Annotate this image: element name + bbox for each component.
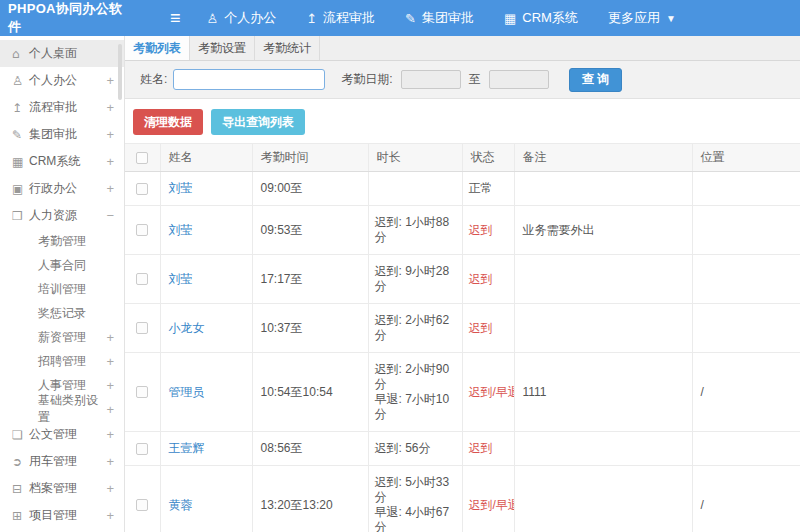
- sidebar-item-reward-punishment[interactable]: 奖惩记录: [0, 301, 124, 325]
- expand-icon[interactable]: +: [106, 481, 114, 496]
- employee-name-link[interactable]: 刘莹: [169, 272, 193, 286]
- top-navbar: PHPOA协同办公软件 ≡ ♙个人办公↥流程审批✎集团审批▦CRM系统更多应用▼: [0, 0, 800, 36]
- row-checkbox[interactable]: [136, 183, 148, 195]
- expand-icon[interactable]: +: [106, 73, 114, 88]
- row-checkbox[interactable]: [136, 224, 148, 236]
- sidebar-item-workflow-approval[interactable]: ↥流程审批+: [0, 94, 124, 121]
- search-form: 姓名: 考勤日期: 至 查 询: [125, 61, 800, 99]
- employee-name-link[interactable]: 管理员: [169, 385, 205, 399]
- collapse-icon[interactable]: −: [106, 208, 114, 223]
- row-checkbox[interactable]: [136, 322, 148, 334]
- status-cell: 迟到: [462, 255, 514, 304]
- expand-icon[interactable]: +: [106, 127, 114, 142]
- employee-name-link[interactable]: 小龙女: [169, 321, 205, 335]
- sidebar-item-label: 行政办公: [29, 180, 77, 197]
- status-badge: 迟到/早退: [469, 498, 515, 512]
- menu-toggle-icon[interactable]: ≡: [170, 9, 181, 27]
- expand-icon[interactable]: +: [106, 354, 114, 369]
- sidebar-item-personal-office[interactable]: ♙个人办公+: [0, 67, 124, 94]
- row-checkbox[interactable]: [136, 443, 148, 455]
- expand-icon[interactable]: +: [106, 181, 114, 196]
- sidebar-scrollbar[interactable]: [118, 44, 122, 100]
- status-badge: 正常: [469, 181, 493, 195]
- employee-name-link[interactable]: 黄蓉: [169, 498, 193, 512]
- status-badge: 迟到: [469, 272, 493, 286]
- checkbox-cell: [125, 304, 160, 353]
- location-cell: [692, 432, 800, 466]
- expand-icon[interactable]: +: [106, 378, 114, 393]
- duration-line: 迟到: 56分: [375, 441, 460, 456]
- row-checkbox[interactable]: [136, 499, 148, 511]
- sidebar-item-label: 基础类别设置: [38, 392, 106, 426]
- clean-data-button[interactable]: 清理数据: [133, 109, 203, 135]
- sidebar-item-human-resources[interactable]: ❒人力资源−: [0, 202, 124, 229]
- top-nav-item-workflow-approval[interactable]: ↥流程审批: [306, 9, 375, 27]
- sidebar-item-salary-management[interactable]: 薪资管理+: [0, 325, 124, 349]
- query-button[interactable]: 查 询: [569, 68, 622, 92]
- sidebar-item-personnel-contract[interactable]: 人事合同: [0, 253, 124, 277]
- checkbox-cell: [125, 353, 160, 432]
- expand-icon[interactable]: +: [106, 427, 114, 442]
- duration-cell: [368, 172, 462, 206]
- workflow-icon: ↥: [306, 11, 317, 26]
- sidebar-item-label: 考勤管理: [38, 233, 86, 250]
- sidebar-item-project-management[interactable]: ⊞项目管理+: [0, 502, 124, 529]
- sidebar-item-recruitment-management[interactable]: 招聘管理+: [0, 349, 124, 373]
- col-header-duration: 时长: [368, 144, 462, 172]
- employee-name-link[interactable]: 刘莹: [169, 223, 193, 237]
- remark-cell: [514, 172, 692, 206]
- status-cell: 迟到: [462, 304, 514, 353]
- attendance-time-cell: 10:37至: [252, 304, 368, 353]
- tab-attendance-list[interactable]: 考勤列表: [125, 36, 190, 60]
- attendance-time-cell: 09:53至: [252, 206, 368, 255]
- duration-line: 迟到: 1小时88分: [375, 215, 460, 245]
- employee-name-link[interactable]: 王壹辉: [169, 441, 205, 455]
- sidebar-item-admin-office[interactable]: ▣行政办公+: [0, 175, 124, 202]
- location-cell: [692, 206, 800, 255]
- employee-name-link[interactable]: 刘莹: [169, 181, 193, 195]
- sidebar-item-attendance-management[interactable]: 考勤管理: [0, 229, 124, 253]
- sidebar-item-group-approval[interactable]: ✎集团审批+: [0, 121, 124, 148]
- expand-icon[interactable]: +: [106, 100, 114, 115]
- expand-icon[interactable]: +: [106, 154, 114, 169]
- sidebar-item-label: 招聘管理: [38, 353, 86, 370]
- name-cell: 刘莹: [160, 255, 252, 304]
- sidebar-item-base-category-settings[interactable]: 基础类别设置+: [0, 397, 124, 421]
- expand-icon[interactable]: +: [106, 508, 114, 523]
- row-checkbox[interactable]: [136, 273, 148, 285]
- sidebar-item-crm-system[interactable]: ▦CRM系统+: [0, 148, 124, 175]
- project-icon: ⊞: [12, 509, 29, 523]
- date-to-input[interactable]: [489, 70, 549, 89]
- status-badge: 迟到: [469, 321, 493, 335]
- sidebar-item-label: CRM系统: [29, 153, 80, 170]
- sidebar-item-archive-management[interactable]: ⊟档案管理+: [0, 475, 124, 502]
- expand-icon[interactable]: +: [106, 454, 114, 469]
- car-icon: ➲: [12, 455, 29, 469]
- duration-cell: 迟到: 56分: [368, 432, 462, 466]
- sidebar-item-vehicle-management[interactable]: ➲用车管理+: [0, 448, 124, 475]
- tab-attendance-statistics[interactable]: 考勤统计: [255, 36, 320, 60]
- attendance-time-cell: 09:00至: [252, 172, 368, 206]
- expand-icon[interactable]: +: [106, 330, 114, 345]
- sidebar-item-training-management[interactable]: 培训管理: [0, 277, 124, 301]
- sidebar-item-label: 流程审批: [29, 99, 77, 116]
- sidebar-item-personal-desktop[interactable]: ⌂个人桌面: [0, 40, 124, 67]
- top-nav-item-personal-office[interactable]: ♙个人办公: [207, 9, 277, 27]
- export-list-button[interactable]: 导出查询列表: [211, 109, 305, 135]
- select-all-checkbox[interactable]: [136, 152, 148, 164]
- duration-line: 早退: 7小时10分: [375, 392, 460, 422]
- sidebar-item-label: 薪资管理: [38, 329, 86, 346]
- top-nav-item-more-apps[interactable]: 更多应用▼: [608, 9, 676, 27]
- app-logo[interactable]: PHPOA协同办公软件: [0, 0, 125, 36]
- row-checkbox[interactable]: [136, 386, 148, 398]
- name-input[interactable]: [173, 69, 325, 90]
- date-from-input[interactable]: [401, 70, 461, 89]
- tab-attendance-settings[interactable]: 考勤设置: [190, 36, 255, 60]
- status-badge: 迟到: [469, 441, 493, 455]
- edit-icon: ✎: [12, 128, 29, 142]
- sidebar-item-label: 培训管理: [38, 281, 86, 298]
- edit-icon: ✎: [405, 11, 416, 26]
- expand-icon[interactable]: +: [106, 402, 114, 417]
- top-nav-item-crm-system[interactable]: ▦CRM系统: [504, 9, 578, 27]
- top-nav-item-group-approval[interactable]: ✎集团审批: [405, 9, 474, 27]
